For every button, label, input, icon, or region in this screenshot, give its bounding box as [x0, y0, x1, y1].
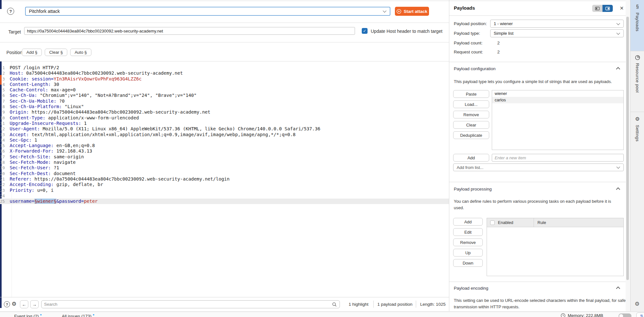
request-line[interactable]: 7Sec-Ch-Ua-Mobile: ?0: [0, 98, 449, 104]
collapse-config-icon[interactable]: [616, 67, 620, 71]
request-line[interactable]: 3Cookie: session=YIn3RAisrVxQowrGvPhFxq9…: [0, 76, 449, 82]
line-content: Content-Type: application/x-www-form-url…: [10, 115, 139, 120]
line-number: 3: [0, 76, 10, 82]
add-from-list-select[interactable]: Add from list...: [453, 163, 624, 171]
request-line[interactable]: 9Origin: https://0a75004c044483ea804c7bb…: [0, 109, 449, 115]
positions-buttons: Add §Clear §Auto §: [22, 49, 91, 56]
payload-list[interactable]: wienercarlos: [492, 90, 624, 150]
line-content: Sec-Fetch-Site: same-origin: [10, 154, 84, 159]
request-line[interactable]: 10Content-Type: application/x-www-form-u…: [0, 115, 449, 121]
request-line[interactable]: 8Sec-Ch-Ua-Platform: "Linux": [0, 104, 449, 109]
line-number: 6: [0, 93, 10, 98]
config-button[interactable]: Remove: [453, 111, 489, 118]
config-button[interactable]: Deduplicate: [453, 131, 489, 139]
processing-button[interactable]: Add: [453, 218, 483, 226]
payload-processing-title: Payload processing: [454, 187, 492, 191]
event-log-notification-dot: ●: [40, 313, 42, 316]
tab-settings[interactable]: ⚙ Settings: [630, 112, 644, 157]
add-payload-button[interactable]: Add: [453, 154, 489, 162]
new-payload-placeholder: Enter a new item: [495, 155, 526, 160]
start-attack-button[interactable]: Start attack: [395, 7, 429, 16]
highlight-count: 1 highlight: [346, 302, 371, 307]
request-line[interactable]: 15Accept-Language: en-GB,en;q=0.8: [0, 143, 449, 148]
processing-buttons: AddEditRemoveUpDown: [453, 218, 483, 269]
request-line[interactable]: 22Accept-Encoding: gzip, deflate, br: [0, 182, 449, 187]
play-icon: [397, 9, 401, 14]
update-host-header-checkbox[interactable]: ✓: [362, 28, 368, 34]
update-host-header-label: Update Host header to match target: [371, 29, 443, 34]
config-button[interactable]: Load...: [453, 100, 489, 108]
sort-arrows-button[interactable]: ⇅: [636, 312, 644, 317]
help-icon[interactable]: ?: [7, 8, 14, 15]
editor-help-icon[interactable]: ?: [4, 301, 10, 307]
line-content: Sec-Fetch-Dest: document: [10, 171, 76, 176]
request-line[interactable]: 20Sec-Fetch-Dest: document: [0, 171, 449, 176]
request-line[interactable]: 6Sec-Ch-Ua: "Chromium";v="140", "Not=A?B…: [0, 93, 449, 98]
request-line[interactable]: 2Host: 0a75004c044483ea804c7bbc00230092.…: [0, 70, 449, 76]
request-line[interactable]: 17Sec-Fetch-Site: same-origin: [0, 154, 449, 160]
scrollbar-thumb[interactable]: [626, 17, 629, 280]
payload-type-select[interactable]: Simple list: [490, 29, 624, 37]
line-content: Sec-Ch-Ua-Platform: "Linux": [10, 104, 84, 109]
positions-button[interactable]: Auto §: [70, 49, 91, 56]
editor-settings-gear-icon[interactable]: ⚙: [12, 301, 16, 307]
payload-position-select[interactable]: 1 - wiener: [490, 20, 624, 28]
request-line[interactable]: 18Sec-Fetch-Mode: navigate: [0, 160, 449, 165]
target-url-input[interactable]: https://0a75004c044483ea804c7bbc00230092…: [24, 27, 355, 35]
collapse-encoding-icon[interactable]: [616, 286, 620, 291]
attack-type-select[interactable]: Pitchfork attack: [25, 7, 390, 16]
request-line[interactable]: 1POST /login HTTP/2: [0, 65, 449, 70]
forward-arrow-button[interactable]: →: [30, 300, 39, 308]
request-line[interactable]: 21Referer: https://0a75004c044483ea804c7…: [0, 176, 449, 182]
line-number: 1: [0, 65, 10, 70]
payload-item[interactable]: carlos: [492, 97, 623, 103]
burp-intruder-window: ? Pitchfork attack Start attack Target h…: [0, 0, 644, 317]
layout-left-icon[interactable]: [592, 5, 602, 12]
positions-button[interactable]: Clear §: [45, 49, 67, 56]
intruder-settings-gear-icon[interactable]: ⚙: [635, 301, 639, 307]
new-payload-input[interactable]: Enter a new item: [492, 154, 624, 162]
panel-layout-toggle[interactable]: [592, 5, 613, 12]
request-line[interactable]: 4Content-Length: 30: [0, 82, 449, 87]
line-content: Cookie: session=YIn3RAisrVxQowrGvPhFxq96…: [10, 76, 142, 81]
tab-payloads[interactable]: § Payloads: [630, 0, 644, 51]
all-issues-link[interactable]: All issues (173) ●: [62, 313, 95, 317]
processing-button[interactable]: Remove: [453, 238, 483, 246]
line-content: username=§wiener§&password=peter: [10, 199, 98, 204]
status-toggle[interactable]: [619, 313, 631, 317]
back-arrow-button[interactable]: ←: [20, 300, 28, 308]
tab-settings-label: Settings: [635, 125, 640, 142]
panel-scrollbar[interactable]: [626, 0, 630, 311]
request-editor[interactable]: 1POST /login HTTP/22Host: 0a75004c044483…: [0, 61, 449, 204]
processing-button[interactable]: Edit: [453, 228, 483, 236]
clock-icon: [635, 55, 640, 60]
line-content: Host: 0a75004c044483ea804c7bbc00230092.w…: [10, 70, 183, 76]
event-log-link[interactable]: Event log (2) ●: [14, 313, 42, 317]
payload-item[interactable]: wiener: [492, 90, 623, 97]
request-count-label: Request count:: [454, 50, 483, 54]
layout-right-icon[interactable]: [602, 5, 613, 12]
request-line[interactable]: 11Upgrade-Insecure-Requests: 1: [0, 121, 449, 126]
processing-button[interactable]: Down: [453, 259, 483, 267]
request-line[interactable]: 5Cache-Control: max-age=0: [0, 87, 449, 93]
request-line[interactable]: 23Priority: u=0, i: [0, 188, 449, 193]
positions-button[interactable]: Add §: [22, 49, 42, 56]
enable-all-checkbox[interactable]: [490, 220, 495, 225]
request-line[interactable]: 24: [0, 193, 449, 199]
request-line[interactable]: 19Sec-Fetch-User: ?1: [0, 165, 449, 171]
request-line[interactable]: 14Sec-Gpc: 1: [0, 137, 449, 143]
processing-rules-table[interactable]: Enabled Rule: [487, 218, 624, 276]
close-panel-icon[interactable]: ×: [620, 5, 624, 12]
gear-icon: ⚙: [635, 116, 639, 122]
processing-button[interactable]: Up: [453, 249, 483, 256]
search-input[interactable]: Search: [41, 300, 340, 308]
request-line[interactable]: 25username=§wiener§&password=peter: [0, 199, 449, 204]
request-line[interactable]: 16X-Forwarded-For: 192.168.43.13: [0, 148, 449, 154]
config-button[interactable]: Clear: [453, 121, 489, 129]
tab-resource-pool[interactable]: Resource pool: [630, 51, 644, 111]
request-line[interactable]: 13Accept: text/html,application/xhtml+xm…: [0, 132, 449, 137]
request-line[interactable]: 12User-Agent: Mozilla/5.0 (X11; Linux x8…: [0, 126, 449, 132]
line-number: 11: [0, 121, 10, 126]
config-button[interactable]: Paste: [453, 90, 489, 98]
collapse-processing-icon[interactable]: [616, 187, 620, 191]
